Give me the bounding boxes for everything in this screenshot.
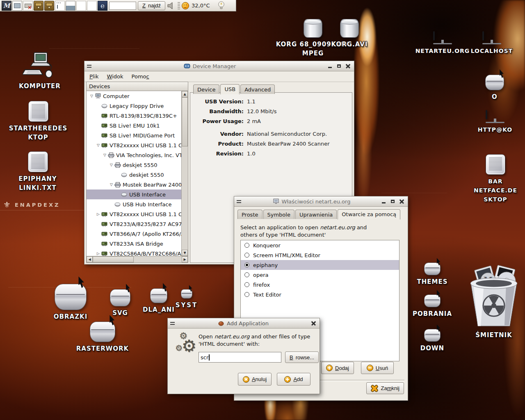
tree-row[interactable]: ▽Mustek BearPaw 2400 Sc: [87, 180, 182, 189]
tree-row[interactable]: ▷VT82C586A/B/VT82C686/A/B: [87, 249, 182, 256]
tab-device[interactable]: Device: [193, 84, 219, 94]
radio-button[interactable]: [244, 272, 249, 277]
desktop-icon-startheredes[interactable]: STARTHEREDESKTOP: [9, 101, 67, 142]
scroll-right-button[interactable]: ▶: [182, 256, 188, 262]
scroll-left-button[interactable]: ◀: [87, 256, 93, 262]
menu-plik[interactable]: Plik: [89, 73, 99, 80]
app-list-item[interactable]: Konqueror: [241, 240, 399, 250]
expander-icon[interactable]: ▽: [108, 163, 114, 167]
cancel-button[interactable]: Anuluj: [238, 373, 272, 386]
menu-widok[interactable]: Widok: [107, 73, 123, 80]
expander-icon[interactable]: ▽: [95, 143, 101, 147]
radio-button[interactable]: [244, 262, 249, 267]
expander-icon[interactable]: ▷: [95, 251, 101, 256]
scrollbar-thumb[interactable]: [182, 97, 188, 146]
tree-row[interactable]: VT8233A ISA Bridge: [87, 239, 182, 249]
tree-row[interactable]: deskjet 5550: [87, 170, 182, 180]
maximize-button[interactable]: [389, 198, 396, 205]
browse-button[interactable]: Browse...: [285, 352, 319, 363]
tab-advanced[interactable]: Advanced: [240, 84, 275, 94]
tree-row[interactable]: SB Live! EMU 10k1: [87, 121, 182, 130]
expander-icon[interactable]: ▽: [102, 153, 108, 157]
scroll-down-button[interactable]: ▼: [182, 250, 188, 256]
desktop-icon-o[interactable]: O: [470, 75, 519, 101]
desktop-icon-epiphany-linki[interactable]: EPIPHANYLINKI.TXT: [9, 151, 66, 192]
search-input[interactable]: [109, 2, 136, 10]
tree-row[interactable]: VT8366/A/7 (Apollo KT266/A/: [87, 229, 182, 239]
launcher-blank-icon[interactable]: [76, 1, 86, 11]
wm-logo-icon[interactable]: M: [2, 1, 11, 11]
applet-handle[interactable]: [178, 2, 180, 9]
tree-row[interactable]: ▽deskjet 5550: [87, 160, 182, 170]
radio-button[interactable]: [244, 243, 249, 248]
drawer-icon[interactable]: [34, 1, 43, 11]
window-menu-icon[interactable]: [170, 320, 177, 326]
tree-row[interactable]: SB Live! MIDI/Game Port: [87, 130, 182, 140]
minimize-button[interactable]: [380, 198, 387, 205]
desktop-icon-obrazki[interactable]: OBRAZKI: [42, 284, 99, 321]
app-list-item[interactable]: Screem HTML/XML Editor: [241, 250, 399, 260]
tab-usb[interactable]: USB: [220, 84, 240, 94]
tree-row[interactable]: USB Hub Interface: [87, 199, 182, 209]
screen-icon[interactable]: [12, 1, 22, 11]
radio-button[interactable]: [244, 253, 249, 258]
expander-icon[interactable]: ▷: [95, 212, 101, 216]
tree-row[interactable]: USB Interface: [87, 189, 182, 199]
launcher-blank-icon-2[interactable]: [87, 1, 97, 11]
close-button[interactable]: [398, 198, 405, 205]
desktop-icon-themes[interactable]: THEMES: [408, 262, 457, 286]
tree-row[interactable]: ▽Computer: [87, 91, 182, 101]
close-button[interactable]: [310, 320, 317, 326]
maximize-button[interactable]: [335, 63, 342, 69]
tree-row[interactable]: ▷VT82xxxxx UHCI USB 1.1 Contr: [87, 209, 182, 219]
desktop-icon-down[interactable]: DOWN: [408, 329, 457, 353]
expander-icon[interactable]: ▽: [89, 94, 95, 98]
remove-application-button[interactable]: Usuń: [361, 362, 394, 374]
menu-pomoc[interactable]: Pomoc: [132, 73, 149, 80]
tab-proste[interactable]: Proste: [237, 210, 262, 219]
tree-row[interactable]: Legacy Floppy Drive: [87, 101, 182, 111]
desktop-icon-korg-avi[interactable]: KORG.AVI: [321, 19, 378, 49]
vertical-scrollbar[interactable]: ▲ ▼: [181, 91, 188, 256]
titlebar[interactable]: Add Application: [168, 318, 320, 329]
tab-uprawnienia[interactable]: Uprawnienia: [295, 210, 337, 219]
minimize-button[interactable]: [326, 63, 333, 69]
find-button[interactable]: Znajdź: [138, 1, 165, 10]
close-button[interactable]: [344, 63, 352, 69]
desktop-icon-smietnik[interactable]: M ŚMIETNIK: [465, 265, 523, 340]
tree-row[interactable]: ▽VIA Technologies, Inc. VT82: [87, 150, 182, 160]
desktop-icon-bar-netface[interactable]: BAR NETFACE.DESKTOP: [467, 154, 524, 204]
desktop-icon-rasterwork[interactable]: RASTERWORK: [74, 322, 131, 353]
tree-row[interactable]: RTL-8139/8139C/8139C+: [87, 111, 182, 121]
desktop-icon-localhost[interactable]: LOCALHOST: [467, 32, 516, 55]
add-application-button[interactable]: Dodaj: [321, 362, 354, 374]
close-window-button[interactable]: Zamknij: [366, 382, 404, 394]
tab-otwarcie-za-pomoca[interactable]: Otwarcie za pomocą: [338, 209, 400, 219]
drawer-icon-2[interactable]: [44, 1, 54, 11]
application-command-input[interactable]: scr: [199, 352, 281, 363]
tree-row[interactable]: VT8233/A/8235/8237 AC97 Au: [87, 219, 182, 229]
volume-icon[interactable]: [166, 1, 176, 11]
lightbulb-icon[interactable]: [217, 1, 226, 11]
titlebar[interactable]: Device Manager: [84, 61, 354, 71]
tree-column-header[interactable]: Devices: [87, 82, 188, 91]
desktop-icon-netarteu-org[interactable]: NETARTEU.ORG: [418, 32, 467, 55]
workspace-pager-icon[interactable]: [66, 1, 75, 11]
temperature-face-icon[interactable]: [182, 2, 189, 9]
app-list-item[interactable]: Text Editor: [241, 290, 399, 299]
desktop-icon-komputer[interactable]: KOMPUTER: [11, 52, 68, 91]
app-list-item[interactable]: opera: [241, 270, 399, 280]
titlebar[interactable]: Właściwości netart.eu.org: [234, 196, 408, 207]
radio-button[interactable]: [244, 282, 249, 287]
expander-icon[interactable]: ▽: [108, 183, 114, 187]
desktop-icon-pobrania[interactable]: POBRANIA: [408, 294, 457, 318]
radio-button[interactable]: [244, 292, 249, 297]
window-menu-icon[interactable]: [237, 198, 243, 205]
window-menu-icon[interactable]: [87, 63, 94, 69]
tree-row[interactable]: ▽VT82xxxxx UHCI USB 1.1 Contr: [87, 140, 182, 150]
app-list-item[interactable]: firefox: [241, 280, 399, 290]
desktop-icon-syst[interactable]: SYST: [166, 289, 207, 310]
desktop-icon-http-ko[interactable]: HTTP@KO: [470, 111, 520, 134]
tab-symbole[interactable]: Symbole: [263, 210, 294, 219]
scroll-up-button[interactable]: ▲: [182, 91, 188, 97]
